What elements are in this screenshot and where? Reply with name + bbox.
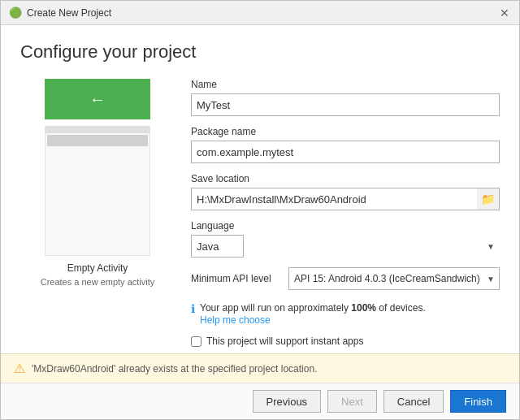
package-name-label: Package name [191,126,500,137]
preview-status-bar [46,127,150,133]
info-row: ℹ Your app will run on approximately 100… [191,301,500,326]
warning-text: 'MxDraw60Android' already exists at the … [32,363,317,375]
app-icon: 🟢 [9,6,22,19]
language-group: Language Java Kotlin ▼ [191,220,500,258]
title-bar: 🟢 Create New Project ✕ [1,1,519,25]
dialog-content: Configure your project ← Empty Activity … [1,25,519,353]
api-level-select[interactable]: API 15: Android 4.0.3 (IceCreamSandwich)… [288,267,500,290]
close-button[interactable]: ✕ [498,7,511,19]
warning-icon: ⚠ [14,361,25,376]
finish-button[interactable]: Finish [450,390,506,413]
cancel-button[interactable]: Cancel [384,390,444,413]
footer: Previous Next Cancel Finish [1,383,519,419]
save-location-input[interactable] [191,188,500,210]
instant-apps-checkbox[interactable] [191,336,202,347]
help-link[interactable]: Help me choose [200,314,271,326]
language-select-wrapper: Java Kotlin ▼ [191,235,500,258]
language-label: Language [191,220,500,232]
previous-button[interactable]: Previous [253,390,322,413]
warning-bar: ⚠ 'MxDraw60Android' already exists at th… [1,353,519,383]
save-location-wrapper: 📁 [191,188,500,210]
name-label: Name [191,79,500,90]
browse-button[interactable]: 📁 [477,188,500,210]
info-suffix: of devices. [376,302,426,314]
back-button[interactable]: ← [45,79,150,119]
title-bar-text: Create New Project [27,7,111,19]
left-panel: ← Empty Activity Creates a new empty act… [20,79,175,353]
api-level-label: Minimum API level [191,273,280,284]
language-select[interactable]: Java Kotlin [191,235,244,258]
activity-desc: Creates a new empty activity [41,277,155,287]
page-title: Configure your project [20,41,500,63]
right-panel: Name Package name Save location 📁 [191,79,500,353]
name-group: Name [191,79,500,116]
preview-content [46,148,150,255]
instant-apps-row: This project will support instant apps [191,336,500,347]
back-arrow-icon: ← [89,90,106,109]
package-name-group: Package name [191,126,500,163]
info-percent: 100% [351,302,376,314]
info-prefix: Your app will run on approximately [200,302,351,314]
save-location-label: Save location [191,173,500,184]
main-area: ← Empty Activity Creates a new empty act… [20,79,500,353]
create-project-dialog: 🟢 Create New Project ✕ Configure your pr… [0,0,520,420]
info-icon: ℹ [191,302,195,315]
warning-project-name: MxDraw60Android [33,363,114,375]
info-text-block: Your app will run on approximately 100% … [200,301,426,326]
next-button[interactable]: Next [327,390,377,413]
folder-icon: 📁 [481,193,495,206]
save-location-group: Save location 📁 [191,173,500,210]
name-input[interactable] [191,93,500,116]
title-bar-left: 🟢 Create New Project [9,6,111,19]
package-name-input[interactable] [191,141,500,163]
instant-apps-label: This project will support instant apps [206,336,363,347]
api-select-wrapper: API 15: Android 4.0.3 (IceCreamSandwich)… [288,267,500,290]
language-chevron-icon: ▼ [487,242,495,251]
activity-label: Empty Activity [67,262,128,274]
activity-preview [45,126,150,256]
preview-toolbar [47,135,148,146]
api-level-group: Minimum API level API 15: Android 4.0.3 … [191,267,500,290]
